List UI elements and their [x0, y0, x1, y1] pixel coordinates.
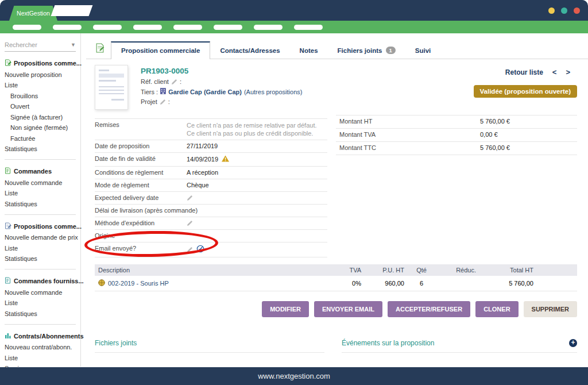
sidebar-item-ouvert[interactable]: Ouvert — [5, 103, 76, 110]
sidebar-item-liste[interactable]: Liste — [5, 245, 76, 252]
edit-pencil-icon[interactable] — [187, 195, 193, 201]
sidebar-section-title-label: Commandes fourniss... — [14, 278, 84, 284]
field-row-conditions-reglement: Conditions de règlement A réception — [95, 167, 327, 179]
sidebar-item-liste[interactable]: Liste — [5, 190, 76, 197]
tab-suivi[interactable]: Suivi — [405, 43, 440, 59]
sidebar-item-signee[interactable]: Signée (à facturer) — [5, 114, 76, 121]
app-window: NextGestion ▼ Propositions comme... Nouv… — [0, 0, 588, 385]
brand-tab[interactable]: NextGestion — [9, 6, 57, 21]
sidebar-section-title-label: Propositions comme... — [14, 223, 82, 230]
sidebar-section-title[interactable]: Commandes — [5, 167, 76, 175]
nav-pill[interactable] — [254, 25, 283, 30]
footer-url: www.nextgestion.com — [258, 372, 330, 380]
sidebar-item-non-signee[interactable]: Non signée (fermée) — [5, 124, 76, 131]
nav-pill[interactable] — [294, 25, 323, 30]
edit-pencil-icon[interactable] — [171, 79, 177, 85]
next-record-icon[interactable]: > — [566, 68, 570, 76]
nav-pill[interactable] — [53, 25, 82, 30]
col-tva: TVA — [330, 267, 361, 274]
col-qte: Qté — [404, 267, 439, 274]
sidebar-item-statistiques[interactable]: Statistiques — [5, 310, 76, 317]
nav-pill[interactable] — [93, 25, 122, 30]
total-row-ht: Montant HT 5 760,00 € — [336, 116, 577, 129]
action-buttons: MODIFIER ENVOYER EMAIL ACCEPTER/REFUSER … — [262, 301, 577, 317]
sidebar-item-brouillons[interactable]: Brouillons — [5, 93, 76, 99]
nav-pill[interactable] — [214, 25, 242, 30]
add-event-icon[interactable]: + — [569, 339, 577, 347]
sidebar-section-title[interactable]: Propositions comme... — [5, 59, 76, 67]
edit-pencil-icon[interactable] — [187, 220, 193, 226]
tiers-other-proposals-link[interactable]: (Autres propositions) — [244, 88, 303, 95]
nav-pill[interactable] — [133, 25, 162, 30]
field-value — [187, 232, 327, 240]
sidebar-item-nouvelle-commande[interactable]: Nouvelle commande — [5, 289, 76, 296]
send-email-button[interactable]: ENVOYER EMAIL — [314, 301, 382, 317]
edit-pencil-icon[interactable] — [160, 99, 166, 105]
tab-label: Fichiers joints — [338, 47, 382, 54]
sidebar-item-nouveau-contrat[interactable]: Nouveau contrat/abonn. — [5, 344, 76, 351]
tab-fichiers-joints[interactable]: Fichiers joints 1 — [328, 42, 405, 59]
nav-pill[interactable] — [13, 25, 41, 30]
sidebar-item-liste[interactable]: Liste — [5, 299, 76, 306]
back-to-list-link[interactable]: Retour liste — [505, 68, 543, 76]
tab-label: Proposition commerciale — [121, 47, 200, 54]
clone-button[interactable]: CLONER — [475, 301, 518, 317]
sidebar-section-commandes-fournisseurs: Commandes fourniss... Nouvelle commande … — [5, 277, 76, 325]
field-row-origine: Origine — [95, 230, 327, 242]
sidebar-search[interactable]: ▼ — [5, 41, 76, 52]
total-label: Montant TTC — [339, 144, 480, 152]
sidebar-section-title-label: Contrats/Abonnements — [14, 333, 84, 340]
field-value: A réception — [187, 169, 327, 176]
status-badge: Validée (proposition ouverte) — [474, 85, 577, 98]
tiers-link[interactable]: Gardie Cap (Gardie Cap) — [168, 88, 242, 95]
sidebar-item-statistiques[interactable]: Statistiques — [5, 145, 76, 152]
sidebar-section-title[interactable]: Contrats/Abonnements — [5, 332, 76, 340]
tab-label: Contacts/Adresses — [220, 47, 280, 54]
email-sent-status-icon[interactable] — [196, 245, 204, 255]
main-nav-bar — [0, 21, 588, 33]
total-value: 5 760,00 € — [480, 118, 510, 125]
window-dot-red[interactable] — [574, 7, 580, 14]
sidebar-item-nouvelle-proposition[interactable]: Nouvelle proposition — [5, 71, 76, 78]
nav-pill[interactable] — [173, 25, 202, 30]
company-icon — [160, 88, 166, 95]
product-link[interactable]: 002-2019 - Souris HP — [108, 280, 169, 287]
col-pu-ht: P.U. HT — [361, 267, 404, 274]
sidebar-item-liste[interactable]: Liste — [5, 82, 76, 88]
window-dot-yellow[interactable] — [548, 7, 555, 14]
sidebar-item-statistiques[interactable]: Statistiques — [5, 201, 76, 207]
proposal-doc-icon — [5, 59, 11, 67]
field-label: Expected delivery date — [95, 194, 187, 202]
edit-pencil-icon[interactable] — [187, 247, 193, 253]
sidebar-section-title[interactable]: Propositions comme... — [5, 222, 76, 230]
chevron-down-icon[interactable]: ▼ — [71, 42, 76, 48]
tab-notes[interactable]: Notes — [290, 43, 328, 59]
bottom-sections: Fichiers joints Événements sur la propos… — [95, 339, 577, 353]
sidebar: ▼ Propositions comme... Nouvelle proposi… — [0, 33, 81, 367]
previous-record-icon[interactable]: < — [552, 68, 557, 76]
proposal-tab-icon — [93, 40, 111, 59]
product-icon — [98, 279, 105, 287]
sidebar-section-title[interactable]: Commandes fourniss... — [5, 277, 76, 285]
sidebar-section-commandes: Commandes Nouvelle commande Liste Statis… — [5, 167, 76, 215]
window-dot-teal[interactable] — [561, 7, 567, 14]
total-label: Montant HT — [339, 118, 480, 125]
tab-contacts-adresses[interactable]: Contacts/Adresses — [210, 43, 289, 59]
modify-button[interactable]: MODIFIER — [262, 301, 309, 317]
supplier-proposal-doc-icon — [5, 222, 11, 230]
total-label: Montant TVA — [339, 131, 480, 138]
delete-button[interactable]: SUPPRIMER — [524, 301, 577, 317]
attachments-link[interactable]: Fichiers joints — [95, 339, 137, 347]
events-link[interactable]: Événements sur la proposition — [342, 339, 434, 347]
accept-refuse-button[interactable]: ACCEPTER/REFUSER — [388, 301, 470, 317]
col-reduc: Réduc. — [439, 267, 476, 274]
sidebar-item-nouvelle-commande[interactable]: Nouvelle commande — [5, 179, 76, 186]
search-input[interactable] — [5, 41, 62, 48]
sidebar-item-facturee[interactable]: Facturée — [5, 135, 76, 142]
field-row-expected-delivery-date: Expected delivery date — [95, 192, 327, 205]
sidebar-item-liste[interactable]: Liste — [5, 355, 76, 361]
tab-proposition-commerciale[interactable]: Proposition commerciale — [111, 41, 210, 59]
sidebar-item-statistiques[interactable]: Statistiques — [5, 255, 76, 262]
document-thumbnail[interactable] — [95, 65, 128, 110]
sidebar-item-nouvelle-demande-de-prix[interactable]: Nouvelle demande de prix — [5, 234, 76, 241]
